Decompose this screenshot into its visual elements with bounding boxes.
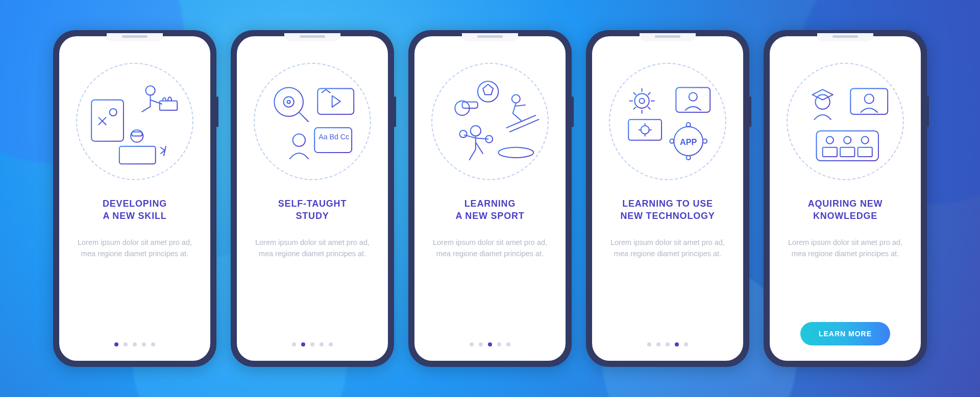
- onboarding-screen[interactable]: AQUIRING NEW KNOWLEDGE Lorem ipsum dolor…: [770, 36, 921, 361]
- page-dot[interactable]: [647, 342, 651, 346]
- screen-title: AQUIRING NEW KNOWLEDGE: [808, 197, 883, 222]
- title-line: LEARNING TO USE: [622, 198, 713, 209]
- page-indicator: [114, 342, 155, 349]
- phone-mockup: DEVELOPING A NEW SKILL Lorem ipsum dolor…: [53, 30, 216, 367]
- onboarding-screen[interactable]: APP LEARNING TO USE NEW TECHNOLOGY Lorem…: [592, 36, 743, 361]
- page-dot[interactable]: [675, 342, 679, 346]
- title-line: DEVELOPING: [103, 198, 167, 209]
- page-dot[interactable]: [684, 342, 688, 346]
- phone-mockup: AQUIRING NEW KNOWLEDGE Lorem ipsum dolor…: [764, 30, 927, 367]
- new-sport-icon: [431, 63, 549, 180]
- title-line: LEARNING: [464, 198, 516, 209]
- new-technology-icon: APP: [609, 63, 726, 180]
- screen-title: LEARNING TO USE NEW TECHNOLOGY: [620, 197, 715, 222]
- learn-more-button[interactable]: LEARN MORE: [800, 322, 890, 345]
- screen-title: SELF-TAUGHT STUDY: [278, 197, 347, 222]
- page-dot[interactable]: [320, 342, 324, 346]
- title-line: SELF-TAUGHT: [278, 198, 347, 209]
- onboarding-canvas: DEVELOPING A NEW SKILL Lorem ipsum dolor…: [0, 0, 980, 397]
- phone-side-button: [216, 96, 218, 127]
- title-line: NEW TECHNOLOGY: [620, 211, 715, 221]
- screen-body: Lorem ipsum dolor sit amet pro ad, mea r…: [781, 237, 910, 260]
- page-dot[interactable]: [142, 342, 146, 346]
- phone-mockup: APP LEARNING TO USE NEW TECHNOLOGY Lorem…: [586, 30, 749, 367]
- page-dot[interactable]: [301, 342, 305, 346]
- phone-side-button: [749, 96, 751, 127]
- page-indicator: [292, 342, 333, 349]
- page-dot[interactable]: [292, 342, 296, 346]
- page-dot[interactable]: [470, 342, 474, 346]
- phone-mockup: Aa Bd Cc SELF-TAUGHT STUDY Lorem ipsum d…: [231, 30, 394, 367]
- page-indicator: [647, 342, 688, 349]
- page-dot[interactable]: [310, 342, 314, 346]
- onboarding-screen[interactable]: LEARNING A NEW SPORT Lorem ipsum dolor s…: [414, 36, 566, 361]
- screen-body: Lorem ipsum dolor sit amet pro ad, mea r…: [426, 237, 554, 260]
- screen-title: DEVELOPING A NEW SKILL: [103, 197, 167, 222]
- screen-body: Lorem ipsum dolor sit amet pro ad, mea r…: [70, 237, 199, 260]
- phone-side-button: [572, 96, 574, 127]
- acquiring-knowledge-icon: [787, 63, 904, 180]
- onboarding-screen[interactable]: DEVELOPING A NEW SKILL Lorem ipsum dolor…: [59, 36, 210, 361]
- phone-mockup: LEARNING A NEW SPORT Lorem ipsum dolor s…: [408, 30, 572, 367]
- onboarding-screen[interactable]: Aa Bd Cc SELF-TAUGHT STUDY Lorem ipsum d…: [237, 36, 388, 361]
- page-dot[interactable]: [488, 342, 492, 346]
- developing-skill-icon: [76, 63, 193, 180]
- page-dot[interactable]: [329, 342, 333, 346]
- page-dot[interactable]: [479, 342, 483, 346]
- page-dot[interactable]: [656, 342, 660, 346]
- title-line: AQUIRING NEW: [808, 198, 883, 209]
- page-dot[interactable]: [497, 342, 501, 346]
- title-line: A NEW SPORT: [455, 211, 524, 221]
- page-dot[interactable]: [666, 342, 670, 346]
- screen-body: Lorem ipsum dolor sit amet pro ad, mea r…: [603, 237, 732, 260]
- self-taught-icon: Aa Bd Cc: [254, 63, 371, 180]
- page-dot[interactable]: [133, 342, 137, 346]
- page-indicator: [470, 342, 510, 349]
- phone-side-button: [927, 96, 929, 127]
- phone-side-button: [394, 96, 396, 127]
- page-dot[interactable]: [114, 342, 118, 346]
- title-line: A NEW SKILL: [103, 211, 166, 221]
- screen-body: Lorem ipsum dolor sit amet pro ad, mea r…: [248, 237, 377, 260]
- title-line: STUDY: [296, 211, 329, 221]
- screen-title: LEARNING A NEW SPORT: [455, 197, 524, 222]
- page-dot[interactable]: [506, 342, 510, 346]
- page-dot[interactable]: [151, 342, 155, 346]
- page-dot[interactable]: [124, 342, 128, 346]
- title-line: KNOWLEDGE: [813, 211, 877, 221]
